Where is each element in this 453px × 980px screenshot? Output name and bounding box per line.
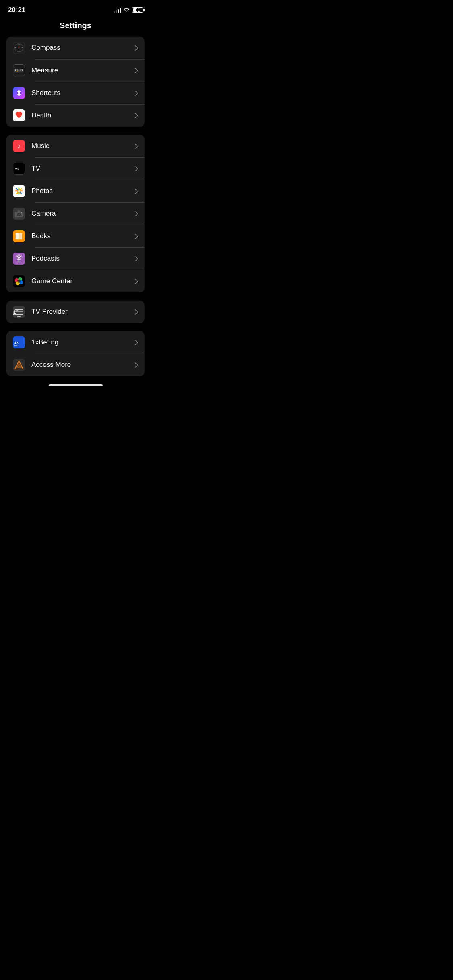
chevron-icon — [135, 144, 138, 149]
podcasts-label: Podcasts — [31, 255, 135, 263]
svg-text:1X: 1X — [14, 341, 19, 344]
status-time: 20:21 — [8, 6, 25, 14]
signal-icon — [114, 8, 121, 13]
settings-item-books[interactable]: Books — [6, 225, 145, 247]
settings-item-accessmore[interactable]: Access More — [6, 354, 145, 376]
chevron-icon — [135, 362, 138, 368]
home-indicator — [49, 384, 103, 386]
accessmore-app-icon — [13, 359, 25, 371]
music-label: Music — [31, 142, 135, 150]
svg-rect-50 — [16, 311, 18, 311]
settings-item-health[interactable]: Health — [6, 104, 145, 127]
svg-text:W: W — [15, 47, 17, 49]
chevron-icon — [135, 234, 138, 239]
svg-point-40 — [18, 257, 20, 259]
status-icons: 31 — [114, 7, 143, 13]
chevron-icon — [135, 309, 138, 315]
status-bar: 20:21 31 — [0, 0, 151, 18]
settings-group-4: 1X NG 1xBet.ng Access More — [6, 331, 145, 376]
books-label: Books — [31, 232, 135, 240]
health-app-icon — [13, 109, 25, 121]
chevron-icon — [135, 113, 138, 118]
photos-label: Photos — [31, 187, 135, 195]
chevron-icon — [135, 340, 138, 345]
books-app-icon — [13, 230, 25, 242]
settings-item-podcasts[interactable]: Podcasts — [6, 247, 145, 270]
health-label: Health — [31, 111, 135, 119]
settings-item-1xbet[interactable]: 1X NG 1xBet.ng — [6, 331, 145, 354]
settings-item-gamecenter[interactable]: Game Center — [6, 270, 145, 292]
tv-app-icon: tv — [13, 163, 25, 175]
1xbet-app-icon: 1X NG — [13, 336, 25, 348]
svg-point-32 — [19, 214, 20, 215]
compass-app-icon: N S W E — [13, 42, 25, 54]
svg-text:NG: NG — [14, 344, 18, 347]
settings-group-2: ♪ Music tv TV — [6, 135, 145, 292]
chevron-icon — [135, 68, 138, 73]
svg-text:N: N — [19, 44, 20, 45]
svg-point-17 — [17, 70, 18, 72]
tv-label: TV — [31, 165, 135, 173]
chevron-icon — [135, 91, 138, 96]
shortcuts-app-icon — [13, 87, 25, 99]
svg-rect-35 — [16, 233, 19, 239]
settings-item-shortcuts[interactable]: Shortcuts — [6, 82, 145, 104]
chevron-icon — [135, 189, 138, 194]
settings-item-compass[interactable]: N S W E Compass — [6, 37, 145, 59]
svg-point-27 — [18, 190, 20, 192]
camera-app-icon — [13, 208, 25, 220]
settings-item-tvprovider[interactable]: TV Provider — [6, 301, 145, 323]
chevron-icon — [135, 45, 138, 51]
settings-item-camera[interactable]: Camera — [6, 202, 145, 225]
svg-text:♪: ♪ — [17, 142, 21, 150]
settings-item-photos[interactable]: Photos — [6, 180, 145, 202]
battery-icon: 31 — [132, 7, 143, 13]
settings-item-measure[interactable]: Measure — [6, 59, 145, 82]
svg-rect-36 — [19, 233, 22, 239]
chevron-icon — [135, 256, 138, 261]
tvprovider-app-icon — [13, 306, 25, 318]
photos-app-icon — [13, 185, 25, 197]
shortcuts-label: Shortcuts — [31, 89, 135, 97]
measure-app-icon — [13, 64, 25, 76]
podcasts-app-icon — [13, 253, 25, 265]
wifi-icon — [123, 8, 130, 12]
battery-level: 31 — [135, 8, 140, 12]
music-app-icon: ♪ — [13, 140, 25, 152]
settings-group-1: N S W E Compass — [6, 37, 145, 127]
camera-label: Camera — [31, 210, 135, 218]
accessmore-label: Access More — [31, 361, 135, 369]
chevron-icon — [135, 279, 138, 284]
svg-point-33 — [21, 212, 22, 213]
measure-label: Measure — [31, 66, 135, 74]
gamecenter-app-icon — [13, 275, 25, 287]
settings-group-3: TV Provider — [6, 301, 145, 323]
compass-label: Compass — [31, 44, 135, 52]
settings-item-tv[interactable]: tv TV — [6, 157, 145, 180]
svg-point-61 — [19, 367, 19, 368]
svg-rect-53 — [14, 313, 16, 314]
settings-item-music[interactable]: ♪ Music — [6, 135, 145, 157]
1xbet-label: 1xBet.ng — [31, 338, 135, 346]
page-title: Settings — [0, 18, 151, 37]
tvprovider-label: TV Provider — [31, 308, 135, 316]
svg-point-46 — [17, 280, 21, 283]
gamecenter-label: Game Center — [31, 277, 135, 285]
svg-point-24 — [15, 169, 16, 169]
chevron-icon — [135, 211, 138, 216]
chevron-icon — [135, 166, 138, 171]
